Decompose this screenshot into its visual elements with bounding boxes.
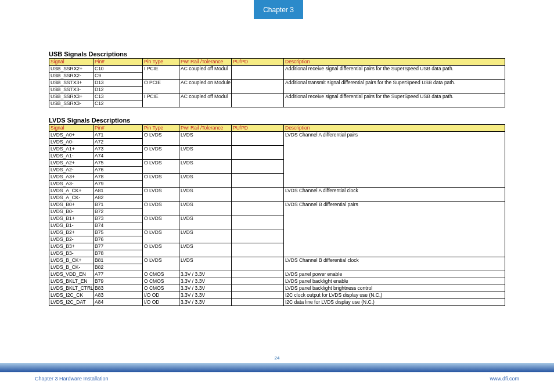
cell-signal: USB_SSTX3- — [49, 87, 93, 93]
cell-pupd — [232, 229, 284, 243]
cell-pin: D13 — [93, 80, 143, 87]
cell-signal: LVDS_B1- — [49, 222, 93, 229]
table-row: LVDS_I2C_DATA84I/O OD3.3V / 3.3VI2C data… — [49, 299, 505, 306]
cell-pwr: LVDS — [179, 160, 232, 174]
cell-pintype: O LVDS — [143, 229, 179, 243]
cell-pwr: LVDS — [179, 174, 232, 188]
table-row: USB_SSTX3+D13O PCIEAC coupled on ModuleA… — [49, 80, 505, 87]
cell-pin: A74 — [93, 153, 143, 160]
column-header: Signal — [49, 59, 93, 66]
cell-pwr: LVDS — [179, 202, 232, 215]
cell-pintype: I/O OD — [143, 292, 179, 299]
column-header: Pwr Rail /Tolerance — [179, 59, 232, 66]
cell-signal: USB_SSRX3+ — [49, 93, 93, 100]
table-row: LVDS_A0+A71O LVDSLVDSLVDS Channel A diff… — [49, 132, 505, 139]
column-header: Pwr Rail /Tolerance — [179, 125, 232, 132]
table-row: LVDS_B_CK+B81O LVDSLVDSLVDS Channel B di… — [49, 257, 505, 264]
table-row: LVDS_I2C_CKA83I/O OD3.3V / 3.3VI2C clock… — [49, 292, 505, 299]
cell-pin: B82 — [93, 264, 143, 271]
table-row: USB_SSRX3+C13I PCIEAC coupled off ModulA… — [49, 93, 505, 100]
cell-pwr: LVDS — [179, 188, 232, 202]
cell-signal: LVDS_I2C_DAT — [49, 299, 93, 306]
cell-pintype: O LVDS — [143, 215, 179, 229]
cell-pwr: 3.3V / 3.3V — [179, 285, 232, 292]
column-header: Signal — [49, 125, 93, 132]
cell-signal: USB_SSTX3+ — [49, 80, 93, 87]
cell-signal: LVDS_VDD_EN — [49, 271, 93, 278]
cell-pintype: I PCIE — [143, 93, 179, 107]
cell-pupd — [232, 66, 284, 80]
table-row: LVDS_VDD_ENA77O CMOS3.3V / 3.3VLVDS pane… — [49, 271, 505, 278]
cell-pwr: LVDS — [179, 215, 232, 229]
footer-chapter-label: Chapter 3 Hardware Installation — [35, 376, 109, 382]
cell-description: LVDS panel power enable — [284, 271, 505, 278]
cell-pin: C13 — [93, 93, 143, 100]
cell-pintype: O PCIE — [143, 80, 179, 93]
table-row: LVDS_B0+B71O LVDSLVDSLVDS Channel B diff… — [49, 202, 505, 208]
cell-signal: LVDS_B0+ — [49, 202, 93, 208]
cell-signal: LVDS_A0- — [49, 139, 93, 146]
cell-pupd — [232, 132, 284, 146]
cell-pintype: O LVDS — [143, 243, 179, 257]
cell-signal: LVDS_B3- — [49, 250, 93, 257]
cell-signal: LVDS_A_CK- — [49, 195, 93, 202]
cell-signal: LVDS_B2+ — [49, 229, 93, 236]
cell-signal: LVDS_B_CK+ — [49, 257, 93, 264]
cell-signal: LVDS_A1- — [49, 153, 93, 160]
cell-signal: LVDS_I2C_CK — [49, 292, 93, 299]
column-header: Pin Type — [143, 59, 179, 66]
page-content: USB Signals Descriptions SignalPin#Pin T… — [49, 51, 505, 306]
cell-description: LVDS Channel A differential clock — [284, 188, 505, 202]
cell-pin: B77 — [93, 243, 143, 250]
cell-description: Additional transmit signal differential … — [284, 80, 505, 93]
cell-pin: C10 — [93, 66, 143, 73]
cell-signal: LVDS_A3- — [49, 181, 93, 188]
cell-pwr: AC coupled on Module — [179, 80, 232, 93]
cell-pin: B81 — [93, 257, 143, 264]
cell-pin: A84 — [93, 299, 143, 306]
cell-description: LVDS panel backlight brightness control — [284, 285, 505, 292]
cell-pupd — [232, 215, 284, 229]
cell-pwr: 3.3V / 3.3V — [179, 271, 232, 278]
cell-pupd — [232, 202, 284, 215]
cell-signal: LVDS_A2- — [49, 167, 93, 174]
chapter-tab: Chapter 3 — [254, 0, 303, 19]
cell-pin: C9 — [93, 73, 143, 80]
cell-pin: B75 — [93, 229, 143, 236]
cell-pupd — [232, 93, 284, 107]
cell-pin: A77 — [93, 271, 143, 278]
cell-pwr: 3.3V / 3.3V — [179, 278, 232, 285]
cell-pupd — [232, 146, 284, 160]
cell-pin: B76 — [93, 236, 143, 243]
table-row: LVDS_BKLT_ENB79O CMOS3.3V / 3.3VLVDS pan… — [49, 278, 505, 285]
cell-pintype: O CMOS — [143, 271, 179, 278]
cell-pupd — [232, 285, 284, 292]
cell-pin: A72 — [93, 139, 143, 146]
cell-pin: A71 — [93, 132, 143, 139]
cell-pintype: I PCIE — [143, 66, 179, 80]
column-header: Pin# — [93, 59, 143, 66]
cell-pwr: LVDS — [179, 243, 232, 257]
cell-pintype: I/O OD — [143, 299, 179, 306]
table-row: LVDS_BKLT_CTRLB83O CMOS3.3V / 3.3VLVDS p… — [49, 285, 505, 292]
cell-pintype: O LVDS — [143, 174, 179, 188]
cell-pin: D12 — [93, 87, 143, 93]
cell-pin: C12 — [93, 100, 143, 107]
cell-signal: USB_SSRX3- — [49, 100, 93, 107]
cell-pin: A76 — [93, 167, 143, 174]
cell-pupd — [232, 299, 284, 306]
cell-pin: A83 — [93, 292, 143, 299]
cell-pupd — [232, 188, 284, 202]
cell-pin: B73 — [93, 215, 143, 222]
cell-pin: B72 — [93, 208, 143, 215]
cell-pwr: 3.3V / 3.3V — [179, 292, 232, 299]
cell-pintype: O LVDS — [143, 188, 179, 202]
column-header: PU/PD — [232, 59, 284, 66]
cell-pwr: LVDS — [179, 229, 232, 243]
cell-pwr: LVDS — [179, 146, 232, 160]
cell-signal: LVDS_BKLT_EN — [49, 278, 93, 285]
cell-pintype: O LVDS — [143, 202, 179, 215]
cell-pupd — [232, 160, 284, 174]
column-header: Pin Type — [143, 125, 179, 132]
lvds-table: SignalPin#Pin TypePwr Rail /TolerancePU/… — [49, 124, 505, 306]
